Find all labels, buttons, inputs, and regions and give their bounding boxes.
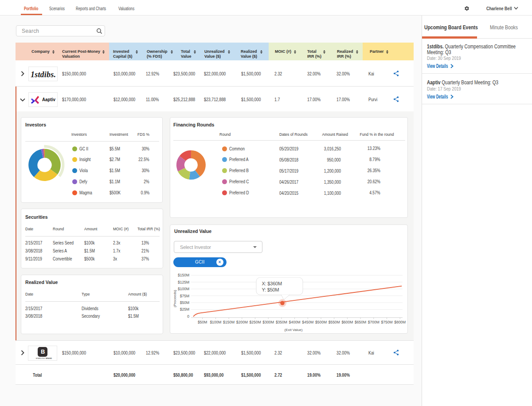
svg-text:$200M: $200M: [236, 320, 248, 324]
svg-text:0: 0: [187, 314, 189, 319]
svg-text:$750M: $750M: [381, 320, 393, 324]
svg-text:(Proceeds): (Proceeds): [173, 290, 177, 307]
svg-text:$800M: $800M: [394, 320, 406, 324]
svg-text:$125M: $125M: [178, 280, 189, 284]
svg-text:$550M: $550M: [329, 320, 340, 324]
svg-text:$300M: $300M: [262, 320, 274, 324]
svg-text:$25M: $25M: [180, 307, 189, 311]
svg-text:$150M: $150M: [178, 273, 189, 277]
svg-text:(Exit Value): (Exit Value): [285, 328, 303, 332]
svg-text:$700M: $700M: [368, 320, 379, 324]
svg-text:$150M: $150M: [223, 320, 235, 324]
svg-text:$75M: $75M: [180, 294, 189, 298]
svg-text:$650M: $650M: [355, 320, 366, 324]
svg-text:$600M: $600M: [341, 320, 353, 324]
svg-text:$250M: $250M: [250, 320, 261, 324]
svg-text:$50M: $50M: [180, 300, 189, 305]
svg-text:$400M: $400M: [289, 320, 301, 324]
svg-text:$100M: $100M: [178, 287, 189, 291]
svg-text:$450M: $450M: [302, 320, 313, 324]
svg-text:X: $360M: X: $360M: [262, 281, 282, 286]
svg-text:$500M: $500M: [315, 320, 327, 324]
svg-text:$100M: $100M: [210, 320, 221, 324]
svg-text:Y: $50M: Y: $50M: [262, 287, 279, 292]
svg-text:$350M: $350M: [276, 320, 287, 324]
svg-text:$50M: $50M: [198, 320, 207, 324]
